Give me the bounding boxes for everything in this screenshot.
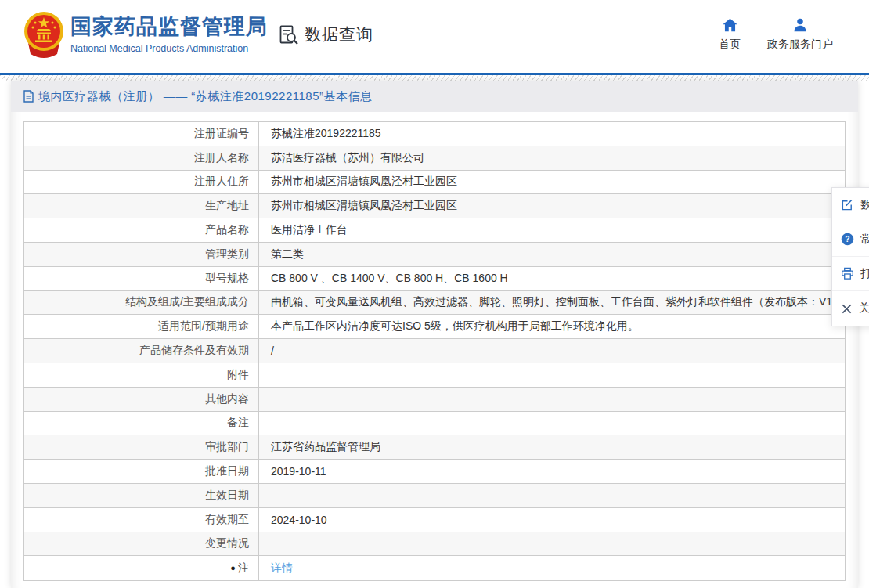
row-value (259, 388, 845, 411)
table-row: 结构及组成/主要组成成分 由机箱、可变风量送风机组、高效过滤器、脚轮、照明灯、控… (24, 291, 845, 316)
close-icon (841, 303, 853, 315)
table-row: 产品储存条件及有效期 / (24, 339, 845, 363)
svg-text:?: ? (845, 235, 849, 243)
row-value: 苏洁医疗器械（苏州）有限公司 (259, 146, 845, 170)
row-label: 产品储存条件及有效期 (24, 339, 259, 363)
table-row: 生效日期 (24, 484, 845, 508)
table-row: 备注 (24, 412, 845, 436)
table-row: 生产地址 苏州市相城区渭塘镇凤凰泾村工业园区 (24, 194, 845, 218)
table-row: 有效期至 2024-10-10 (24, 508, 845, 532)
row-value: 由机箱、可变风量送风机组、高效过滤器、脚轮、照明灯、控制面板、工作台面、紫外灯和… (259, 291, 845, 315)
user-icon (792, 17, 808, 33)
row-label: 注册证编号 (24, 122, 259, 146)
home-icon (722, 17, 738, 33)
table-row: 审批部门 江苏省药品监督管理局 (24, 435, 845, 460)
page: { "header": { "agency_name_cn": "国家药品监督管… (0, 0, 869, 588)
row-label: 附件 (24, 363, 259, 387)
content-card: 境内医疗器械（注册） —— “苏械注准20192221185”基本信息 注册证编… (11, 81, 858, 588)
data-query-icon (278, 24, 299, 45)
row-label: 批准日期 (24, 460, 259, 483)
detail-link[interactable]: 详情 (271, 561, 293, 575)
table-row: 注册人名称 苏洁医疗器械（苏州）有限公司 (24, 146, 845, 171)
row-value: 本产品工作区内洁净度可达ISO 5级，供医疗机构用于局部工作环境净化用。 (259, 315, 845, 338)
row-value (259, 484, 845, 507)
row-label: 适用范围/预期用途 (24, 315, 259, 338)
row-label: 变更情况 (24, 532, 259, 556)
table-row: 附件 (24, 363, 845, 388)
row-label: 生效日期 (24, 484, 259, 507)
row-label: 型号规格 (24, 267, 259, 290)
panel-item-data[interactable]: 数据 (832, 188, 869, 222)
row-value: 医用洁净工作台 (259, 218, 845, 242)
row-label: 有效期至 (24, 508, 259, 532)
panel-item-data-label: 数据 (860, 198, 869, 212)
row-label: 其他内容 (24, 388, 259, 411)
table-row: 变更情况 (24, 532, 845, 557)
agency-name-en: National Medical Products Administration (70, 43, 268, 54)
agency-name-cn: 国家药品监督管理局 (70, 13, 268, 41)
data-query-label: 数据查询 (305, 23, 373, 45)
edit-icon (841, 198, 854, 211)
row-value: 苏州市相城区渭塘镇凤凰泾村工业园区 (259, 194, 845, 218)
row-label: ●注 (24, 556, 259, 580)
row-value: / (259, 339, 845, 363)
side-tool-panel: 数据 ? 常见 打印 关闭 (831, 187, 869, 326)
note-icon: ● (230, 564, 236, 572)
row-label: 产品名称 (24, 218, 259, 242)
brand-title-block[interactable]: 国家药品监督管理局 National Medical Products Admi… (70, 13, 268, 54)
nav-item-home[interactable]: 首页 (719, 17, 741, 52)
document-icon (23, 90, 34, 103)
row-label: 注册人名称 (24, 146, 259, 170)
row-label: 注册人住所 (24, 171, 259, 194)
table-row: 其他内容 (24, 388, 845, 412)
row-value: 苏州市相城区渭塘镇凤凰泾村工业园区 (259, 171, 845, 194)
printer-icon (841, 267, 854, 280)
panel-item-print[interactable]: 打印 (832, 257, 869, 291)
registration-info-table: 注册证编号 苏械注准20192221185 注册人名称 苏洁医疗器械（苏州）有限… (23, 121, 846, 581)
row-value: 2024-10-10 (259, 508, 845, 532)
data-query-module[interactable]: 数据查询 (278, 23, 373, 45)
header-hatch-band (0, 75, 869, 81)
breadcrumb: 境内医疗器械（注册） —— “苏械注准20192221185”基本信息 (11, 81, 858, 112)
table-row: 适用范围/预期用途 本产品工作区内洁净度可达ISO 5级，供医疗机构用于局部工作… (24, 315, 845, 339)
table-row: 产品名称 医用洁净工作台 (24, 218, 845, 243)
row-label: 管理类别 (24, 243, 259, 266)
panel-item-close-label: 关闭 (859, 301, 869, 316)
table-row: 注册证编号 苏械注准20192221185 (24, 122, 845, 146)
panel-item-faq[interactable]: ? 常见 (832, 222, 869, 257)
panel-item-faq-label: 常见 (860, 233, 869, 247)
table-row: 注册人住所 苏州市相城区渭塘镇凤凰泾村工业园区 (24, 171, 845, 195)
table-row: 批准日期 2019-10-11 (24, 460, 845, 484)
national-emblem-logo[interactable] (23, 10, 64, 60)
row-label: 备注 (24, 412, 259, 435)
row-value: 2019-10-11 (259, 460, 845, 483)
nav-gov-portal-label: 政务服务门户 (767, 38, 833, 52)
row-value: 江苏省药品监督管理局 (259, 435, 845, 459)
row-value: CB 800 V 、CB 1400 V、CB 800 H、CB 1600 H (259, 267, 845, 290)
row-label: 生产地址 (24, 194, 259, 218)
row-value (259, 532, 845, 556)
table-row: 管理类别 第二类 (24, 243, 845, 267)
question-icon: ? (841, 233, 854, 246)
table-row: 型号规格 CB 800 V 、CB 1400 V、CB 800 H、CB 160… (24, 267, 845, 291)
row-value (259, 412, 845, 435)
row-label: 审批部门 (24, 435, 259, 459)
panel-item-close[interactable]: 关闭 (832, 291, 869, 326)
row-value (259, 363, 845, 387)
table-row: ●注 详情 (24, 556, 845, 580)
row-label: 结构及组成/主要组成成分 (24, 291, 259, 315)
row-value: 苏械注准20192221185 (259, 122, 845, 146)
breadcrumb-text: 境内医疗器械（注册） —— “苏械注准20192221185”基本信息 (38, 89, 372, 104)
row-value: 详情 (259, 556, 845, 580)
site-header: 国家药品监督管理局 National Medical Products Admi… (0, 0, 869, 73)
nav-item-gov-portal[interactable]: 政务服务门户 (767, 17, 833, 52)
top-nav: 首页 政务服务门户 (719, 17, 833, 52)
row-value: 第二类 (259, 243, 845, 266)
nav-home-label: 首页 (719, 38, 741, 52)
panel-item-print-label: 打印 (860, 267, 869, 281)
